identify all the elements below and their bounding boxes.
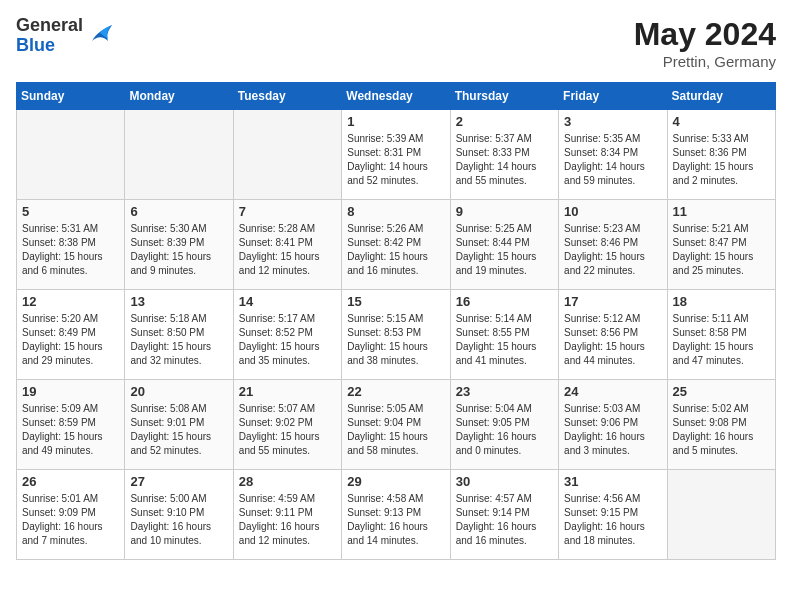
weekday-header: Sunday [17, 83, 125, 110]
calendar-cell [125, 110, 233, 200]
day-info: Sunrise: 5:39 AM Sunset: 8:31 PM Dayligh… [347, 132, 444, 188]
day-number: 7 [239, 204, 336, 219]
day-number: 31 [564, 474, 661, 489]
weekday-header: Monday [125, 83, 233, 110]
day-info: Sunrise: 5:20 AM Sunset: 8:49 PM Dayligh… [22, 312, 119, 368]
calendar-cell: 16Sunrise: 5:14 AM Sunset: 8:55 PM Dayli… [450, 290, 558, 380]
calendar-cell: 4Sunrise: 5:33 AM Sunset: 8:36 PM Daylig… [667, 110, 775, 200]
calendar-cell: 6Sunrise: 5:30 AM Sunset: 8:39 PM Daylig… [125, 200, 233, 290]
weekday-header: Friday [559, 83, 667, 110]
day-number: 13 [130, 294, 227, 309]
logo-general: General [16, 16, 83, 36]
day-info: Sunrise: 5:09 AM Sunset: 8:59 PM Dayligh… [22, 402, 119, 458]
calendar-cell: 18Sunrise: 5:11 AM Sunset: 8:58 PM Dayli… [667, 290, 775, 380]
day-number: 8 [347, 204, 444, 219]
day-number: 29 [347, 474, 444, 489]
day-info: Sunrise: 5:05 AM Sunset: 9:04 PM Dayligh… [347, 402, 444, 458]
calendar-week-row: 1Sunrise: 5:39 AM Sunset: 8:31 PM Daylig… [17, 110, 776, 200]
calendar-cell: 22Sunrise: 5:05 AM Sunset: 9:04 PM Dayli… [342, 380, 450, 470]
day-number: 30 [456, 474, 553, 489]
calendar-cell: 29Sunrise: 4:58 AM Sunset: 9:13 PM Dayli… [342, 470, 450, 560]
calendar-cell: 25Sunrise: 5:02 AM Sunset: 9:08 PM Dayli… [667, 380, 775, 470]
month-title: May 2024 [634, 16, 776, 53]
day-info: Sunrise: 5:02 AM Sunset: 9:08 PM Dayligh… [673, 402, 770, 458]
day-number: 23 [456, 384, 553, 399]
day-info: Sunrise: 4:58 AM Sunset: 9:13 PM Dayligh… [347, 492, 444, 548]
calendar-cell: 30Sunrise: 4:57 AM Sunset: 9:14 PM Dayli… [450, 470, 558, 560]
calendar-cell: 14Sunrise: 5:17 AM Sunset: 8:52 PM Dayli… [233, 290, 341, 380]
day-number: 17 [564, 294, 661, 309]
day-info: Sunrise: 5:33 AM Sunset: 8:36 PM Dayligh… [673, 132, 770, 188]
day-info: Sunrise: 5:30 AM Sunset: 8:39 PM Dayligh… [130, 222, 227, 278]
day-number: 22 [347, 384, 444, 399]
calendar-cell: 7Sunrise: 5:28 AM Sunset: 8:41 PM Daylig… [233, 200, 341, 290]
calendar-cell: 21Sunrise: 5:07 AM Sunset: 9:02 PM Dayli… [233, 380, 341, 470]
calendar-cell: 3Sunrise: 5:35 AM Sunset: 8:34 PM Daylig… [559, 110, 667, 200]
calendar-cell: 2Sunrise: 5:37 AM Sunset: 8:33 PM Daylig… [450, 110, 558, 200]
calendar-table: SundayMondayTuesdayWednesdayThursdayFrid… [16, 82, 776, 560]
day-info: Sunrise: 5:01 AM Sunset: 9:09 PM Dayligh… [22, 492, 119, 548]
calendar-cell: 1Sunrise: 5:39 AM Sunset: 8:31 PM Daylig… [342, 110, 450, 200]
weekday-header: Thursday [450, 83, 558, 110]
day-info: Sunrise: 4:56 AM Sunset: 9:15 PM Dayligh… [564, 492, 661, 548]
calendar-cell: 13Sunrise: 5:18 AM Sunset: 8:50 PM Dayli… [125, 290, 233, 380]
title-block: May 2024 Prettin, Germany [634, 16, 776, 70]
calendar-cell [667, 470, 775, 560]
day-number: 24 [564, 384, 661, 399]
day-number: 5 [22, 204, 119, 219]
calendar-cell [17, 110, 125, 200]
day-number: 4 [673, 114, 770, 129]
day-info: Sunrise: 5:35 AM Sunset: 8:34 PM Dayligh… [564, 132, 661, 188]
day-info: Sunrise: 5:15 AM Sunset: 8:53 PM Dayligh… [347, 312, 444, 368]
calendar-cell: 31Sunrise: 4:56 AM Sunset: 9:15 PM Dayli… [559, 470, 667, 560]
day-number: 3 [564, 114, 661, 129]
day-number: 14 [239, 294, 336, 309]
day-info: Sunrise: 5:07 AM Sunset: 9:02 PM Dayligh… [239, 402, 336, 458]
day-number: 25 [673, 384, 770, 399]
day-info: Sunrise: 5:26 AM Sunset: 8:42 PM Dayligh… [347, 222, 444, 278]
day-info: Sunrise: 5:14 AM Sunset: 8:55 PM Dayligh… [456, 312, 553, 368]
day-number: 18 [673, 294, 770, 309]
calendar-cell: 8Sunrise: 5:26 AM Sunset: 8:42 PM Daylig… [342, 200, 450, 290]
day-info: Sunrise: 5:08 AM Sunset: 9:01 PM Dayligh… [130, 402, 227, 458]
day-info: Sunrise: 5:11 AM Sunset: 8:58 PM Dayligh… [673, 312, 770, 368]
day-info: Sunrise: 5:37 AM Sunset: 8:33 PM Dayligh… [456, 132, 553, 188]
day-number: 6 [130, 204, 227, 219]
day-number: 16 [456, 294, 553, 309]
calendar-cell: 19Sunrise: 5:09 AM Sunset: 8:59 PM Dayli… [17, 380, 125, 470]
day-number: 21 [239, 384, 336, 399]
day-number: 12 [22, 294, 119, 309]
day-number: 1 [347, 114, 444, 129]
day-info: Sunrise: 5:12 AM Sunset: 8:56 PM Dayligh… [564, 312, 661, 368]
day-info: Sunrise: 5:17 AM Sunset: 8:52 PM Dayligh… [239, 312, 336, 368]
calendar-cell: 15Sunrise: 5:15 AM Sunset: 8:53 PM Dayli… [342, 290, 450, 380]
day-number: 26 [22, 474, 119, 489]
day-info: Sunrise: 4:57 AM Sunset: 9:14 PM Dayligh… [456, 492, 553, 548]
calendar-cell [233, 110, 341, 200]
calendar-cell: 17Sunrise: 5:12 AM Sunset: 8:56 PM Dayli… [559, 290, 667, 380]
calendar-week-row: 12Sunrise: 5:20 AM Sunset: 8:49 PM Dayli… [17, 290, 776, 380]
day-number: 9 [456, 204, 553, 219]
day-info: Sunrise: 5:25 AM Sunset: 8:44 PM Dayligh… [456, 222, 553, 278]
day-number: 10 [564, 204, 661, 219]
day-number: 15 [347, 294, 444, 309]
weekday-header-row: SundayMondayTuesdayWednesdayThursdayFrid… [17, 83, 776, 110]
day-number: 27 [130, 474, 227, 489]
weekday-header: Wednesday [342, 83, 450, 110]
calendar-week-row: 19Sunrise: 5:09 AM Sunset: 8:59 PM Dayli… [17, 380, 776, 470]
day-info: Sunrise: 5:31 AM Sunset: 8:38 PM Dayligh… [22, 222, 119, 278]
day-info: Sunrise: 5:21 AM Sunset: 8:47 PM Dayligh… [673, 222, 770, 278]
day-info: Sunrise: 5:04 AM Sunset: 9:05 PM Dayligh… [456, 402, 553, 458]
day-number: 11 [673, 204, 770, 219]
logo-blue: Blue [16, 36, 83, 56]
calendar-cell: 10Sunrise: 5:23 AM Sunset: 8:46 PM Dayli… [559, 200, 667, 290]
day-number: 20 [130, 384, 227, 399]
day-info: Sunrise: 4:59 AM Sunset: 9:11 PM Dayligh… [239, 492, 336, 548]
weekday-header: Saturday [667, 83, 775, 110]
day-info: Sunrise: 5:18 AM Sunset: 8:50 PM Dayligh… [130, 312, 227, 368]
calendar-cell: 26Sunrise: 5:01 AM Sunset: 9:09 PM Dayli… [17, 470, 125, 560]
day-info: Sunrise: 5:03 AM Sunset: 9:06 PM Dayligh… [564, 402, 661, 458]
calendar-cell: 20Sunrise: 5:08 AM Sunset: 9:01 PM Dayli… [125, 380, 233, 470]
location: Prettin, Germany [634, 53, 776, 70]
calendar-cell: 23Sunrise: 5:04 AM Sunset: 9:05 PM Dayli… [450, 380, 558, 470]
